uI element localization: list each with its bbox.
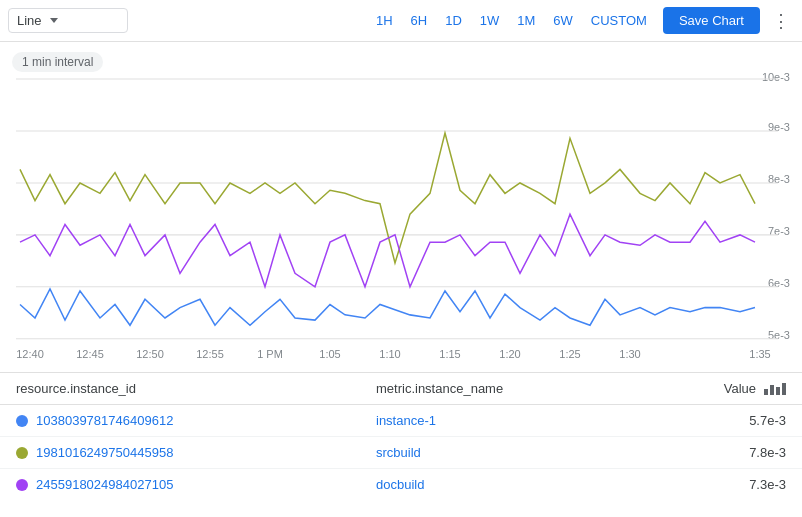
purple-line	[20, 214, 755, 287]
chart-svg: 10e-3 9e-3 8e-3 7e-3 6e-3 5e-3 12:40 12:…	[0, 50, 802, 372]
legend-metric-3[interactable]: docbuild	[376, 477, 706, 492]
x-label-135: 1:35	[749, 348, 770, 360]
legend-table: resource.instance_id metric.instance_nam…	[0, 372, 802, 500]
instance-id-2[interactable]: 198101624975044595​8	[36, 445, 173, 460]
more-vert-icon: ⋮	[772, 10, 790, 32]
legend-value-1: 5.7e-3	[706, 413, 786, 428]
column-chart-icon[interactable]	[764, 383, 786, 395]
legend-dot-olive	[16, 447, 28, 459]
legend-value-2: 7.8e-3	[706, 445, 786, 460]
time-btn-1m[interactable]: 1M	[509, 9, 543, 32]
x-label-110: 1:10	[379, 348, 400, 360]
x-label-1250: 12:50	[136, 348, 164, 360]
x-label-1240: 12:40	[16, 348, 44, 360]
col-header-metric: metric.instance_name	[376, 381, 706, 396]
time-btn-6h[interactable]: 6H	[403, 9, 436, 32]
chart-type-label: Line	[17, 13, 42, 28]
col-header-value: Value	[706, 381, 786, 396]
legend-instance-cell-3: 245591802498402710​5	[16, 477, 376, 492]
time-btn-custom[interactable]: CUSTOM	[583, 9, 655, 32]
legend-metric-1[interactable]: instance-1	[376, 413, 706, 428]
more-options-button[interactable]: ⋮	[768, 6, 794, 36]
legend-instance-cell-1: 103803978174640961​2	[16, 413, 376, 428]
legend-row: 198101624975044595​8 srcbuild 7.8e-3	[0, 437, 802, 469]
legend-metric-2[interactable]: srcbuild	[376, 445, 706, 460]
x-label-115: 1:15	[439, 348, 460, 360]
save-chart-button[interactable]: Save Chart	[663, 7, 760, 34]
legend-header: resource.instance_id metric.instance_nam…	[0, 373, 802, 405]
chart-type-dropdown[interactable]: Line	[8, 8, 128, 33]
interval-badge: 1 min interval	[12, 52, 103, 72]
legend-value-3: 7.3e-3	[706, 477, 786, 492]
legend-row: 245591802498402710​5 docbuild 7.3e-3	[0, 469, 802, 500]
toolbar: Line 1H 6H 1D 1W 1M 6W CUSTOM Save Chart…	[0, 0, 802, 42]
blue-line	[20, 289, 755, 325]
x-label-1245: 12:45	[76, 348, 104, 360]
legend-dot-blue	[16, 415, 28, 427]
instance-id-1[interactable]: 103803978174640961​2	[36, 413, 173, 428]
x-label-1255: 12:55	[196, 348, 224, 360]
x-label-1pm: 1 PM	[257, 348, 283, 360]
legend-instance-cell-2: 198101624975044595​8	[16, 445, 376, 460]
time-range-buttons: 1H 6H 1D 1W 1M 6W CUSTOM	[368, 9, 655, 32]
value-label: Value	[724, 381, 756, 396]
instance-id-3[interactable]: 245591802498402710​5	[36, 477, 173, 492]
time-btn-6w[interactable]: 6W	[545, 9, 581, 32]
col-header-instance: resource.instance_id	[16, 381, 376, 396]
chart-area: 1 min interval 10e-3 9e-3 8e-3 7e-3 6e-3…	[0, 42, 802, 372]
x-label-120: 1:20	[499, 348, 520, 360]
x-label-130: 1:30	[619, 348, 640, 360]
olive-line	[20, 133, 755, 263]
chevron-down-icon	[50, 18, 58, 23]
legend-dot-purple	[16, 479, 28, 491]
time-btn-1w[interactable]: 1W	[472, 9, 508, 32]
legend-row: 103803978174640961​2 instance-1 5.7e-3	[0, 405, 802, 437]
time-btn-1h[interactable]: 1H	[368, 9, 401, 32]
y-label-10e3: 10e-3	[762, 71, 790, 83]
x-label-105: 1:05	[319, 348, 340, 360]
time-btn-1d[interactable]: 1D	[437, 9, 470, 32]
x-label-125: 1:25	[559, 348, 580, 360]
